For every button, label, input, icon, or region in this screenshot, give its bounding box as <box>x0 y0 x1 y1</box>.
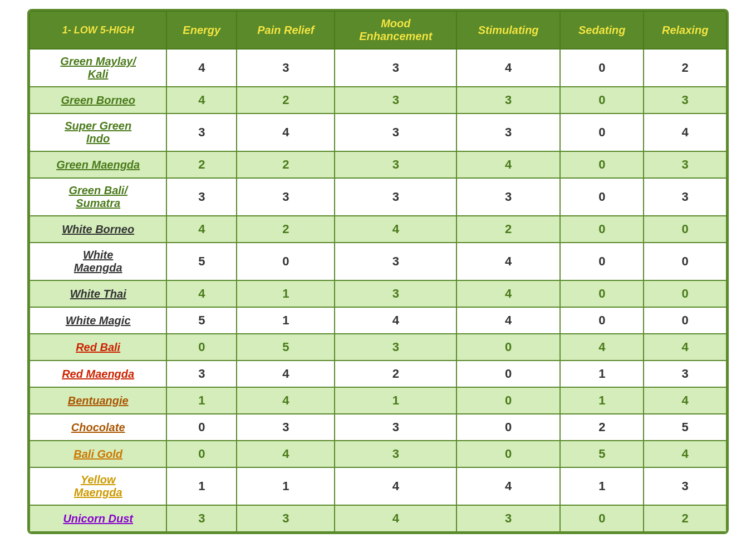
pain-value: 5 <box>237 334 335 361</box>
stimulating-value: 4 <box>456 49 560 87</box>
pain-value: 2 <box>237 216 335 243</box>
strain-name: Green Borneo <box>30 87 166 113</box>
relaxing-value: 3 <box>644 178 726 216</box>
header-mood: Mood Enhancement <box>335 11 456 49</box>
energy-value: 1 <box>166 387 237 414</box>
stimulating-value: 4 <box>456 467 560 505</box>
sedating-value: 1 <box>560 467 644 505</box>
sedating-value: 2 <box>560 414 644 441</box>
energy-value: 4 <box>166 49 237 87</box>
relaxing-value: 2 <box>644 505 726 532</box>
energy-value: 3 <box>166 178 237 216</box>
strain-name: Chocolate <box>30 414 166 441</box>
stimulating-value: 2 <box>456 216 560 243</box>
relaxing-value: 0 <box>644 243 726 280</box>
energy-value: 0 <box>166 334 237 361</box>
strain-name: Green Maengda <box>30 151 166 178</box>
pain-value: 3 <box>237 414 335 441</box>
mood-value: 4 <box>335 307 456 334</box>
header-relaxing: Relaxing <box>644 11 726 49</box>
mood-value: 3 <box>335 334 456 361</box>
pain-value: 4 <box>237 361 335 387</box>
sedating-value: 0 <box>560 113 644 151</box>
stimulating-value: 3 <box>456 87 560 113</box>
energy-value: 3 <box>166 361 237 387</box>
strain-name: Red Bali <box>30 334 166 361</box>
pain-value: 3 <box>237 505 335 532</box>
energy-value: 0 <box>166 441 237 467</box>
energy-value: 2 <box>166 151 237 178</box>
mood-value: 4 <box>335 216 456 243</box>
stimulating-value: 0 <box>456 387 560 414</box>
strain-name: White Borneo <box>30 216 166 243</box>
mood-value: 1 <box>335 387 456 414</box>
energy-value: 4 <box>166 216 237 243</box>
relaxing-value: 2 <box>644 49 726 87</box>
relaxing-value: 0 <box>644 216 726 243</box>
stimulating-value: 0 <box>456 441 560 467</box>
relaxing-value: 4 <box>644 441 726 467</box>
strain-name: YellowMaengda <box>30 467 166 505</box>
mood-value: 2 <box>335 361 456 387</box>
relaxing-value: 4 <box>644 334 726 361</box>
pain-value: 3 <box>237 49 335 87</box>
stimulating-value: 4 <box>456 280 560 307</box>
strain-name: Green Bali/Sumatra <box>30 178 166 216</box>
energy-value: 1 <box>166 467 237 505</box>
strain-name: Green Maylay/Kali <box>30 49 166 87</box>
stimulating-value: 4 <box>456 307 560 334</box>
strain-name: Bentuangie <box>30 387 166 414</box>
header-pain-relief: Pain Relief <box>237 11 335 49</box>
stimulating-value: 0 <box>456 361 560 387</box>
stimulating-value: 0 <box>456 414 560 441</box>
relaxing-value: 3 <box>644 151 726 178</box>
mood-value: 3 <box>335 49 456 87</box>
mood-value: 3 <box>335 178 456 216</box>
energy-value: 4 <box>166 87 237 113</box>
relaxing-value: 0 <box>644 307 726 334</box>
stimulating-value: 4 <box>456 151 560 178</box>
stimulating-value: 0 <box>456 334 560 361</box>
mood-value: 3 <box>335 243 456 280</box>
sedating-value: 0 <box>560 216 644 243</box>
sedating-value: 0 <box>560 280 644 307</box>
relaxing-value: 3 <box>644 467 726 505</box>
header-scale: 1- LOW 5-HIGH <box>30 11 166 49</box>
relaxing-value: 0 <box>644 280 726 307</box>
strain-name: Unicorn Dust <box>30 505 166 532</box>
sedating-value: 1 <box>560 387 644 414</box>
relaxing-value: 3 <box>644 87 726 113</box>
sedating-value: 1 <box>560 361 644 387</box>
strain-name: Bali Gold <box>30 441 166 467</box>
header-sedating: Sedating <box>560 11 644 49</box>
sedating-value: 4 <box>560 334 644 361</box>
mood-value: 3 <box>335 280 456 307</box>
mood-value: 3 <box>335 441 456 467</box>
sedating-value: 0 <box>560 49 644 87</box>
strain-name: White Thai <box>30 280 166 307</box>
strain-name: Red Maengda <box>30 361 166 387</box>
sedating-value: 0 <box>560 307 644 334</box>
header-stimulating: Stimulating <box>456 11 560 49</box>
energy-value: 3 <box>166 113 237 151</box>
energy-value: 4 <box>166 280 237 307</box>
pain-value: 2 <box>237 151 335 178</box>
pain-value: 1 <box>237 307 335 334</box>
pain-value: 4 <box>237 441 335 467</box>
sedating-value: 0 <box>560 243 644 280</box>
stimulating-value: 3 <box>456 505 560 532</box>
strain-name: WhiteMaengda <box>30 243 166 280</box>
sedating-value: 0 <box>560 178 644 216</box>
relaxing-value: 4 <box>644 113 726 151</box>
mood-value: 3 <box>335 113 456 151</box>
sedating-value: 0 <box>560 87 644 113</box>
energy-value: 3 <box>166 505 237 532</box>
energy-value: 0 <box>166 414 237 441</box>
mood-value: 4 <box>335 467 456 505</box>
energy-value: 5 <box>166 243 237 280</box>
sedating-value: 0 <box>560 151 644 178</box>
relaxing-value: 5 <box>644 414 726 441</box>
pain-value: 4 <box>237 113 335 151</box>
mood-value: 4 <box>335 505 456 532</box>
sedating-value: 0 <box>560 505 644 532</box>
